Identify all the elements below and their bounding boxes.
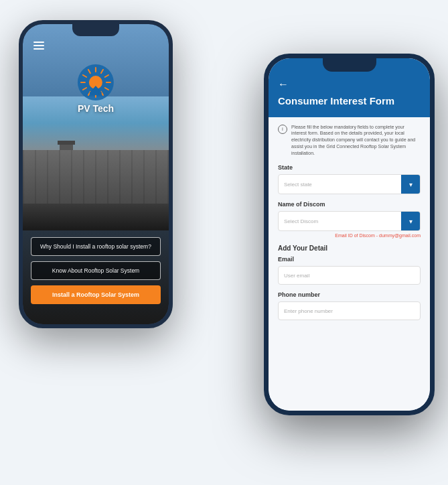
phone-left: PV Tech Why Should I Install a rooftop s… bbox=[19, 20, 173, 328]
install-solar-button[interactable]: Install a Rooftop Solar System bbox=[31, 285, 161, 304]
scene: PV Tech Why Should I Install a rooftop s… bbox=[0, 0, 448, 485]
form-content: i Please fill the below mandatory fields… bbox=[269, 117, 430, 411]
discom-dropdown-arrow[interactable]: ▾ bbox=[401, 211, 420, 231]
email-field-group: Email User email bbox=[278, 256, 421, 285]
chimney-top bbox=[58, 141, 75, 145]
info-description: Please fill the below mandatory fields t… bbox=[291, 124, 421, 157]
discom-label: Name of Discom bbox=[278, 201, 421, 208]
discom-field-group: Name of Discom Select Discom ▾ Email ID … bbox=[278, 201, 421, 238]
form-title: Consumer Interest Form bbox=[278, 94, 421, 108]
notch-right bbox=[323, 58, 376, 72]
phone-field-group: Phone number Enter phone number bbox=[278, 291, 421, 320]
phone-input[interactable]: Enter phone number bbox=[278, 301, 421, 320]
notch-left bbox=[72, 24, 119, 36]
back-button[interactable]: ← bbox=[278, 78, 421, 90]
state-label: State bbox=[278, 164, 421, 171]
hamburger-icon[interactable] bbox=[33, 42, 44, 50]
discom-select[interactable]: Select Discom ▾ bbox=[278, 211, 421, 231]
know-solar-button[interactable]: Know About Rooftop Solar System bbox=[31, 261, 161, 280]
phone-right: ← Consumer Interest Form i Please fill t… bbox=[264, 54, 435, 415]
roof-tiles bbox=[23, 150, 169, 204]
app-name: PV Tech bbox=[78, 103, 114, 114]
state-field-group: State Select state ▾ bbox=[278, 164, 421, 194]
add-detail-section-label: Add Your Detail bbox=[278, 245, 421, 252]
email-input[interactable]: User email bbox=[278, 266, 421, 285]
phone-label: Phone number bbox=[278, 291, 421, 298]
state-placeholder: Select state bbox=[279, 182, 401, 188]
phone-placeholder: Enter phone number bbox=[284, 308, 333, 314]
discom-email-hint: Email ID of Discom - dummy@gmail.com bbox=[278, 233, 421, 238]
email-placeholder: User email bbox=[284, 273, 309, 279]
state-select[interactable]: Select state ▾ bbox=[278, 174, 421, 194]
email-label: Email bbox=[278, 256, 421, 263]
info-icon: i bbox=[278, 125, 287, 134]
state-dropdown-arrow[interactable]: ▾ bbox=[401, 174, 420, 194]
phone-left-buttons: Why Should I Install a rooftop solar sys… bbox=[31, 237, 161, 304]
pv-tech-logo bbox=[78, 64, 114, 100]
discom-placeholder: Select Discom bbox=[279, 218, 401, 224]
logo-container: PV Tech bbox=[78, 64, 114, 114]
why-solar-button[interactable]: Why Should I Install a rooftop solar sys… bbox=[31, 237, 161, 256]
info-box: i Please fill the below mandatory fields… bbox=[278, 124, 421, 157]
